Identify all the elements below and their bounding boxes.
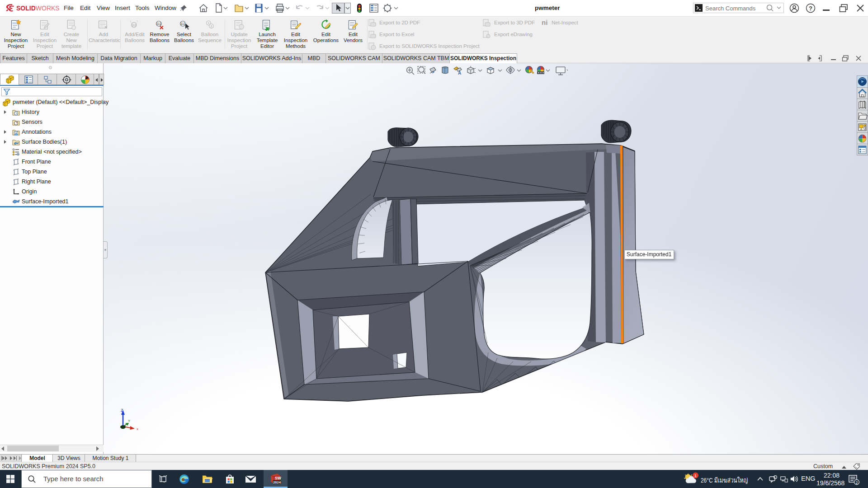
svg-text:2: 2 <box>855 480 858 485</box>
svg-text:Y: Y <box>128 419 131 423</box>
svg-text:?: ? <box>809 5 812 12</box>
svg-text:SW: SW <box>275 476 282 480</box>
svg-text:111: 111 <box>180 22 185 25</box>
svg-text:111: 111 <box>132 23 137 27</box>
svg-text:A: A <box>15 131 18 136</box>
svg-text:2024: 2024 <box>273 480 281 484</box>
svg-text:x: x <box>137 427 138 430</box>
svg-text:SOLIDWORKS: SOLIDWORKS <box>16 5 60 12</box>
svg-text:1: 1 <box>694 473 697 478</box>
svg-text:Z: Z <box>121 408 123 413</box>
svg-text:111: 111 <box>156 22 161 25</box>
svg-text:A: A <box>458 70 461 75</box>
